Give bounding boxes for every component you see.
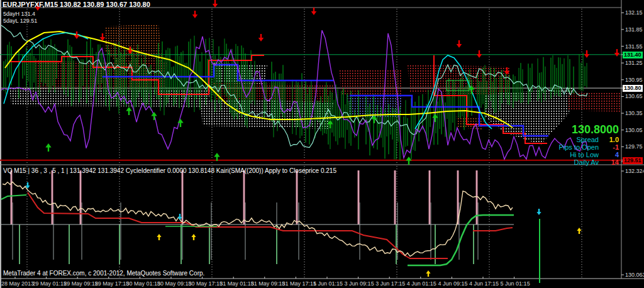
time-tick-label: 30 May 09:15 — [157, 280, 192, 287]
dotted-cloud — [567, 91, 621, 112]
time-tick-label: 3 Jun 09:15 — [345, 280, 374, 287]
time-tick-label: 4 Jun 09:15 — [438, 280, 467, 287]
time-tick-label: 30 May 01:15 — [126, 280, 160, 287]
main-chart-panel[interactable] — [0, 0, 621, 165]
time-tick-label: 1 Jun 01:15 — [313, 280, 343, 287]
status-bar: MetaTrader 4 at FOREX.com, c 2001-2012, … — [3, 270, 204, 277]
time-tick-label: 28 May 2013 — [1, 280, 34, 287]
price-tick-label: 130.05 — [625, 127, 643, 133]
price-tick-label: 130.35 — [625, 110, 643, 116]
dotted-cloud — [340, 69, 402, 96]
time-tick-label: 31 May 01:15 — [219, 280, 254, 287]
indicator-title: VQ M15 | 36 , 3 , 5 , 1 | 131.3942 131.3… — [3, 167, 336, 174]
price-tick-label: 132.324 — [625, 168, 644, 174]
info-row-hi-to-low: Hi to Low4 — [558, 151, 619, 158]
chart-title: EURJPYFXF,M15 130.82 130.89 130.67 130.8… — [3, 1, 150, 8]
price-tick-label: 129.75 — [625, 143, 643, 150]
five-day-high-label: 5dayH 131.4 — [3, 11, 35, 17]
price-tick-label: 130.95 — [625, 77, 643, 83]
price-tick-label: 131.40 — [623, 52, 643, 58]
time-tick-label: 4 Jun 17:15 — [469, 280, 499, 287]
price-readout: 130.8000 — [558, 123, 619, 136]
price-tick-label: 132.15 — [625, 9, 643, 16]
chart-canvas[interactable] — [0, 0, 644, 288]
vq-red-signal — [28, 192, 448, 258]
price-tick-label: 129.51 — [623, 157, 643, 164]
vq-main — [3, 182, 513, 256]
time-tick-label: 31 May 17:15 — [282, 280, 316, 287]
price-tick-label: 130.65 — [625, 93, 643, 99]
five-day-low-label: 5dayL 129.51 — [3, 18, 37, 24]
market-info-panel: 130.8000 Spread1.0 Pips to Open-1 Hi to … — [558, 123, 619, 166]
time-tick-label: 4 Jun 01:15 — [407, 280, 436, 287]
info-row-daily-av: Daily Av14 — [558, 158, 619, 166]
time-tick-label: 29 May 01:15 — [33, 280, 67, 287]
price-tick-label: 130.063 — [625, 272, 644, 278]
info-row-spread: Spread1.0 — [558, 136, 619, 143]
time-tick-label: 3 Jun 17:15 — [375, 280, 405, 287]
price-tick-label: 131.25 — [625, 60, 643, 66]
mt4-chart-window: EURJPYFXF,M15 130.82 130.89 130.67 130.8… — [0, 0, 644, 288]
time-tick-label: 29 May 09:15 — [64, 280, 98, 287]
vq-green-signal-left — [1, 195, 26, 199]
indicator-panel[interactable] — [1, 170, 582, 283]
info-row-pips-to-open: Pips to Open-1 — [558, 143, 619, 151]
time-tick-label: 30 May 17:15 — [189, 280, 223, 287]
vq-red-signal-end — [473, 228, 513, 231]
price-tick-label: 131.55 — [625, 43, 643, 50]
price-tick-label: 131.85 — [625, 26, 643, 33]
dotted-cloud — [408, 65, 511, 94]
time-tick-label: 5 Jun 01:15 — [501, 280, 530, 287]
time-tick-label: 31 May 09:15 — [251, 280, 286, 287]
time-tick-label: 29 May 17:15 — [95, 280, 130, 287]
chart-frame — [0, 0, 644, 288]
price-tick-label: 130.80 — [623, 85, 643, 92]
